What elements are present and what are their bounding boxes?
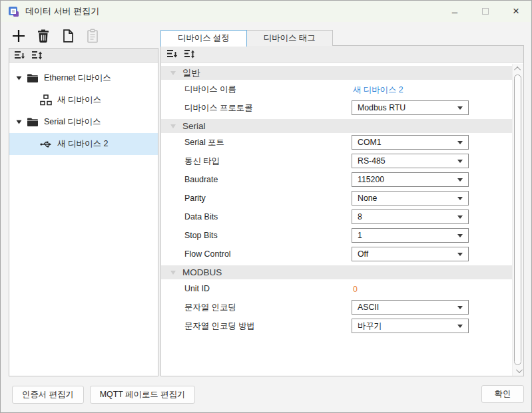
scroll-thumb[interactable]	[514, 74, 521, 365]
app-logo-icon	[8, 6, 19, 17]
footer-buttons: 인증서 편집기MQTT 페이로드 편집기	[12, 386, 195, 404]
property-label: Flow Control	[184, 249, 352, 259]
property-select[interactable]: 115200	[352, 172, 469, 187]
tree-item-label: Serial 디바이스	[44, 116, 101, 128]
section-title: 일반	[182, 67, 200, 79]
device-name-link[interactable]: 새 디바이스 2	[352, 85, 403, 94]
folder-icon	[27, 73, 39, 84]
property-label: Serial 포트	[184, 137, 352, 148]
dropdown-arrow-icon	[457, 325, 463, 328]
window-title: 데이터 서버 편집기	[25, 5, 99, 17]
tree-item[interactable]: 새 디바이스 2	[9, 133, 158, 155]
close-button[interactable]: ×	[501, 1, 531, 22]
dropdown-arrow-icon	[457, 160, 463, 163]
maximize-button[interactable]	[470, 1, 501, 22]
select-value: RS-485	[358, 156, 453, 166]
tree-item[interactable]: Serial 디바이스	[9, 111, 158, 133]
property-select[interactable]: COM1	[352, 135, 469, 150]
mqtt-payload-editor-button[interactable]: MQTT 페이로드 편집기	[90, 386, 196, 404]
property-label: 디바이스 프로토콜	[184, 102, 352, 114]
expand-all-icon[interactable]	[31, 51, 43, 61]
property-row: Flow ControlOff	[161, 245, 512, 263]
property-select[interactable]: None	[352, 191, 469, 206]
property-row: ParityNone	[161, 189, 512, 207]
tab-device-tags[interactable]: 디바이스 태그	[247, 30, 333, 46]
tree-item-label: Ethernet 디바이스	[44, 72, 111, 84]
property-toolbar	[161, 46, 523, 63]
section-header[interactable]: Serial	[161, 119, 512, 133]
property-value: COM1	[352, 135, 469, 150]
data-server-editor-window: 데이터 서버 편집기 – × Ethernet 디바이스새 디바이스Serial…	[0, 0, 532, 413]
property-value: RS-485	[352, 154, 469, 168]
tab-device-settings[interactable]: 디바이스 설정	[160, 30, 247, 47]
device-tree: Ethernet 디바이스새 디바이스Serial 디바이스새 디바이스 2	[9, 63, 158, 155]
section-header[interactable]: MODBUS	[161, 265, 512, 279]
trash-icon	[37, 29, 50, 43]
minimize-button[interactable]: –	[439, 1, 470, 22]
property-select[interactable]: 바꾸기	[352, 319, 469, 333]
property-row: 문자열 인코딩ASCII	[161, 298, 512, 317]
tree-item[interactable]: 새 디바이스	[9, 89, 158, 111]
property-label: Unit ID	[184, 284, 352, 293]
property-select[interactable]: RS-485	[352, 154, 469, 168]
select-value: Modbus RTU	[358, 103, 453, 112]
property-label: 통신 타입	[184, 156, 352, 167]
dropdown-arrow-icon	[457, 253, 463, 256]
property-value: 0	[352, 283, 469, 295]
tree-item[interactable]: Ethernet 디바이스	[9, 67, 158, 89]
select-value: Off	[358, 249, 453, 259]
titlebar: 데이터 서버 편집기 – ×	[1, 1, 531, 22]
copy-icon	[61, 29, 75, 43]
property-value: 1	[352, 228, 469, 243]
tree-header	[9, 49, 158, 63]
dropdown-arrow-icon	[457, 178, 463, 182]
expand-all-icon[interactable]	[184, 49, 195, 59]
device-toolbar	[11, 26, 101, 46]
select-value: 1	[358, 231, 453, 240]
device-settings-panel: 일반디바이스 이름새 디바이스 2디바이스 프로토콜Modbus RTUSeri…	[160, 45, 524, 376]
property-label: 문자열 인코딩	[184, 302, 352, 313]
property-select[interactable]: Modbus RTU	[352, 100, 469, 115]
delete-button[interactable]	[35, 27, 51, 45]
expander-triangle-icon[interactable]	[16, 120, 27, 124]
paste-button[interactable]	[85, 27, 101, 45]
property-row: Baudrate115200	[161, 170, 512, 189]
dropdown-arrow-icon	[457, 197, 463, 200]
property-row: Serial 포트COM1	[161, 133, 512, 152]
select-value: COM1	[358, 138, 453, 147]
property-value: 8	[352, 209, 469, 224]
property-value: 바꾸기	[352, 319, 469, 333]
dropdown-arrow-icon	[457, 106, 463, 110]
property-row: 통신 타입RS-485	[161, 152, 512, 170]
property-label: Parity	[184, 194, 352, 203]
property-label: Data Bits	[184, 212, 352, 221]
section-title: Serial	[182, 121, 206, 131]
property-value: None	[352, 191, 469, 206]
property-value: ASCII	[352, 300, 469, 315]
property-select[interactable]: 8	[352, 209, 469, 224]
scroll-up-button[interactable]	[513, 64, 523, 74]
section-collapse-triangle-icon	[170, 124, 176, 128]
collapse-all-icon[interactable]	[14, 51, 25, 61]
expander-triangle-icon[interactable]	[16, 76, 27, 80]
property-label: Stop Bits	[184, 231, 352, 240]
section-collapse-triangle-icon	[170, 271, 176, 275]
property-select[interactable]: ASCII	[352, 300, 469, 315]
property-select[interactable]: 1	[352, 228, 469, 243]
chevron-up-icon	[514, 67, 521, 73]
add-button[interactable]	[11, 27, 27, 45]
dropdown-arrow-icon	[457, 215, 463, 219]
scrollbar[interactable]	[512, 64, 523, 376]
section-header[interactable]: 일반	[161, 66, 512, 80]
property-row: Data Bits8	[161, 207, 512, 226]
property-row: Stop Bits1	[161, 226, 512, 245]
maximize-icon	[482, 8, 489, 15]
property-select[interactable]: Off	[352, 247, 469, 261]
tab-bar: 디바이스 설정디바이스 태그	[160, 30, 333, 47]
ok-button[interactable]: 확인	[481, 385, 524, 403]
scroll-down-button[interactable]	[513, 366, 523, 376]
copy-button[interactable]	[60, 27, 76, 45]
folder-icon	[27, 117, 39, 128]
collapse-all-icon[interactable]	[166, 49, 178, 59]
cert-editor-button[interactable]: 인증서 편집기	[12, 386, 84, 404]
